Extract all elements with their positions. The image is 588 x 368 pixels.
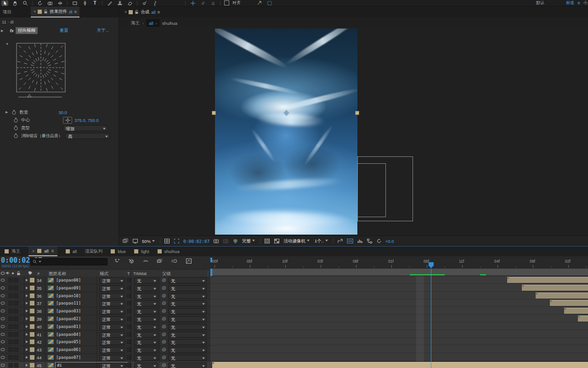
tab-effect-controls[interactable]: × 效果控件 di ≡: [31, 6, 79, 17]
eye-icon[interactable]: [0, 278, 5, 282]
resolution-dropdown[interactable]: 完整: [242, 238, 256, 244]
frame-blend-icon[interactable]: [157, 258, 163, 264]
pick-whip-icon[interactable]: @: [162, 285, 166, 290]
view-axis-mode-button[interactable]: [209, 0, 216, 6]
show-snapshot-icon[interactable]: [223, 238, 229, 244]
view-dropdown[interactable]: 活动摄像机: [283, 238, 311, 244]
twirl-arrow-icon[interactable]: [26, 317, 28, 320]
eye-icon[interactable]: [0, 301, 5, 305]
share-view-icon[interactable]: [337, 238, 343, 244]
twirl-arrow-icon[interactable]: [26, 302, 28, 305]
layer-row[interactable]: 38 [paopao03] 正常 无 @ 无: [0, 307, 210, 315]
world-axis-mode-button[interactable]: [199, 0, 206, 6]
radial-blur-widget[interactable]: [16, 43, 71, 105]
layer-row[interactable]: 39 [paopao02] 正常 无 @ 无: [0, 315, 210, 323]
switch-cell[interactable]: [14, 363, 18, 368]
timeline-tab-渲染队列[interactable]: 渲染队列: [85, 247, 102, 256]
reset-exposure-icon[interactable]: [376, 238, 382, 244]
eye-icon[interactable]: [0, 363, 5, 367]
workspace-default[interactable]: 默认: [536, 0, 544, 6]
work-area-start-marker[interactable]: [210, 269, 212, 276]
parent-dropdown[interactable]: 无: [168, 293, 207, 299]
layer-name[interactable]: [paopao04]: [56, 332, 81, 337]
hand-tool-button[interactable]: [11, 0, 18, 6]
track-row[interactable]: [210, 307, 588, 315]
label-swatch[interactable]: [30, 332, 34, 337]
pick-whip-icon[interactable]: @: [162, 332, 166, 337]
tab-composition[interactable]: × 合成 all ≡: [122, 6, 163, 17]
breadcrumb-root[interactable]: 海王: [131, 20, 140, 26]
eye-icon[interactable]: [0, 294, 5, 298]
blend-mode-dropdown[interactable]: 正常: [99, 316, 125, 322]
shy-icon[interactable]: [142, 258, 149, 264]
region-of-interest-icon[interactable]: [174, 238, 180, 244]
playhead-line[interactable]: [431, 269, 431, 368]
layer-duration-bar[interactable]: [550, 300, 588, 306]
snapshot-icon[interactable]: [213, 238, 219, 244]
track-row[interactable]: [210, 299, 588, 307]
panel-menu-icon[interactable]: ≡: [74, 9, 77, 14]
clone-stamp-tool-button[interactable]: [116, 0, 123, 6]
switch-cell[interactable]: [8, 355, 13, 360]
twirl-arrow-icon[interactable]: [26, 279, 28, 282]
trkmat-dropdown[interactable]: 无: [134, 332, 158, 338]
layer-duration-bar[interactable]: [536, 293, 588, 299]
pen-tool-button[interactable]: [81, 0, 88, 6]
layer-name[interactable]: [paopao01]: [56, 324, 81, 329]
layer-row[interactable]: 40 [paopao01] 正常 无 @ 无: [0, 323, 210, 331]
label-swatch[interactable]: [30, 347, 34, 352]
label-swatch[interactable]: [30, 286, 34, 290]
track-row[interactable]: [210, 361, 588, 368]
track-row[interactable]: [210, 345, 588, 353]
switch-cell[interactable]: [8, 347, 13, 352]
blend-mode-dropdown[interactable]: 正常: [99, 308, 125, 314]
label-swatch[interactable]: [30, 339, 34, 344]
stopwatch-icon[interactable]: [13, 125, 18, 131]
twirl-arrow-icon[interactable]: [26, 340, 28, 343]
trkmat-dropdown[interactable]: 无: [134, 277, 158, 283]
stopwatch-icon[interactable]: [11, 109, 17, 115]
layer-name[interactable]: [paopao05]: [56, 339, 81, 344]
snap-target-button[interactable]: [266, 0, 273, 6]
effect-reset-button[interactable]: 重置: [60, 28, 68, 34]
layer-name[interactable]: [paopao07]: [56, 355, 81, 360]
pick-whip-icon[interactable]: @: [162, 324, 166, 329]
switch-cell[interactable]: [8, 278, 13, 282]
switch-cell[interactable]: [8, 332, 13, 337]
eye-icon[interactable]: [0, 356, 5, 359]
blend-mode-dropdown[interactable]: 正常: [99, 277, 125, 283]
blend-mode-dropdown[interactable]: 正常: [99, 285, 125, 291]
blend-mode-dropdown[interactable]: 正常: [99, 293, 125, 299]
switch-cell[interactable]: [8, 293, 13, 298]
param-expand-arrow[interactable]: ▶: [6, 110, 8, 114]
track-area[interactable]: [210, 276, 588, 368]
magnification-dropdown[interactable]: 50%: [142, 239, 156, 244]
blend-mode-dropdown[interactable]: 正常: [99, 362, 125, 368]
label-swatch[interactable]: [30, 309, 34, 313]
viewer-timecode[interactable]: 0:00:02:07: [183, 239, 209, 244]
parent-dropdown[interactable]: 无: [168, 300, 207, 306]
layer-name[interactable]: [paopao06]: [56, 347, 81, 352]
trkmat-dropdown[interactable]: 无: [134, 300, 158, 306]
switch-cell[interactable]: [14, 324, 18, 329]
layer-row[interactable]: 37 [paopao11] 正常 无 @ 无: [0, 299, 210, 307]
label-swatch[interactable]: [30, 293, 34, 298]
trkmat-dropdown[interactable]: 无: [134, 362, 158, 368]
type-tool-button[interactable]: T: [91, 0, 98, 6]
twirl-arrow-icon[interactable]: [26, 294, 28, 297]
pick-whip-icon[interactable]: @: [162, 316, 166, 321]
trkmat-dropdown[interactable]: 无: [134, 339, 158, 345]
switch-cell[interactable]: [14, 293, 18, 298]
parent-dropdown[interactable]: 无: [168, 316, 207, 322]
center-point-picker[interactable]: [63, 117, 72, 124]
layer-row[interactable]: 35 [paopao09] 正常 无 @ 无: [0, 284, 210, 292]
pick-whip-icon[interactable]: @: [162, 362, 166, 368]
trkmat-dropdown[interactable]: 无: [134, 316, 158, 322]
close-icon[interactable]: ×: [124, 10, 127, 14]
layer-duration-bar[interactable]: [212, 362, 588, 368]
breadcrumb-current-box[interactable]: all ‹: [147, 19, 159, 27]
stopwatch-icon[interactable]: [13, 133, 18, 138]
switch-cell[interactable]: [8, 324, 13, 329]
eye-icon[interactable]: [0, 309, 5, 313]
twirl-arrow-icon[interactable]: [26, 333, 28, 336]
